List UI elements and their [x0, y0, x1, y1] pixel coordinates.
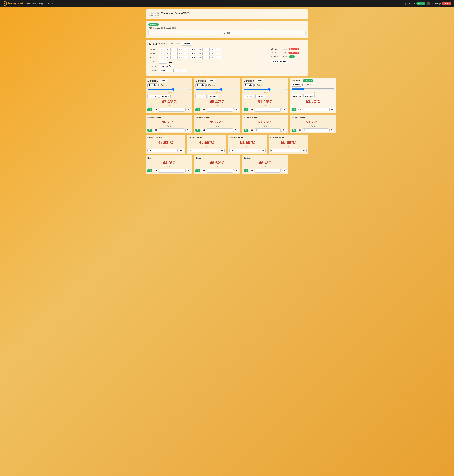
extruder-4-start-mixer-button[interactable]: Start mixer — [292, 94, 303, 98]
move-z-pos004[interactable]: 0.04 — [190, 56, 196, 59]
move-x-neg10[interactable]: -10 — [165, 48, 171, 51]
move-y-neg01[interactable]: -0.1 — [177, 52, 183, 55]
fan-input[interactable] — [159, 60, 167, 64]
move-y-pos004[interactable]: 0.04 — [190, 52, 196, 55]
extruder-2-speed-slider[interactable] — [196, 88, 239, 91]
extruder-1-off-button[interactable]: Off — [153, 108, 158, 111]
extruder-2-stop-mixer-button[interactable]: Stop mixer — [207, 95, 219, 98]
radiant-temp-input[interactable] — [255, 169, 281, 173]
ext-head-2-set-button[interactable]: Set — [233, 128, 239, 132]
move-y-neg1[interactable]: -1 — [171, 52, 177, 55]
extruder-2-retract-checkbox[interactable] — [206, 84, 209, 86]
extruder-1-start-mixer-button[interactable]: Start mixer — [147, 95, 159, 98]
extruder-4-extrude-button[interactable]: Extrude — [292, 83, 302, 87]
stop-heating-button[interactable]: Stop All Heating — [271, 60, 288, 63]
extruder-3-set-button[interactable]: Set — [281, 108, 287, 111]
move-z-neg10[interactable]: -10 — [165, 56, 171, 59]
ext-head-4-off-button[interactable]: Off — [297, 128, 302, 132]
move-y-pos10[interactable]: 10 — [210, 52, 215, 55]
extruder-3-speed-slider[interactable] — [243, 88, 287, 91]
extruder-1-temp-input[interactable] — [159, 108, 185, 112]
extruder-3-retract-checkbox[interactable] — [254, 84, 257, 86]
move-x-neg01[interactable]: -0.1 — [177, 48, 183, 51]
level-plus01-button[interactable]: +0.1 — [173, 69, 180, 72]
extruder-2-temp-input[interactable] — [207, 108, 233, 112]
move-x-neg100[interactable]: -100 — [159, 48, 164, 51]
radiant-set-button[interactable]: Set — [281, 169, 287, 172]
ext-head-1-off-button[interactable]: Off — [153, 128, 158, 132]
extruder-2-on-button[interactable]: On — [196, 108, 200, 111]
move-x-pos01[interactable]: 0.1 — [197, 48, 203, 51]
extruder-1-speed-slider[interactable] — [147, 88, 191, 91]
ext-head-1-temp-input[interactable] — [159, 128, 185, 132]
room-temp-input[interactable] — [207, 169, 233, 173]
ext-cold-2-temp-input[interactable] — [189, 149, 219, 152]
ext-head-1-on-button[interactable]: On — [147, 129, 152, 132]
ext-head-3-on-button[interactable]: On — [243, 129, 249, 132]
vpower-status-badge[interactable]: Disabled — [289, 48, 299, 50]
nav-support[interactable]: Support — [46, 2, 53, 5]
kill-button[interactable]: ⚠ Kill — [442, 2, 452, 5]
level-minus01-button[interactable]: -0.1 — [181, 69, 187, 72]
extruder-3-temp-input[interactable] — [255, 108, 281, 112]
extruder-4-stop-mixer-button[interactable]: Stop mixer — [303, 94, 315, 98]
extruder-3-stop-mixer-button[interactable]: Stop mixer — [255, 95, 267, 98]
extruder-1-stop-mixer-button[interactable]: Stop mixer — [159, 95, 171, 98]
move-y-neg100[interactable]: -100 — [159, 52, 164, 55]
extruder-2-extrude-button[interactable]: Extrude — [196, 83, 205, 87]
extruder-1-set-button[interactable]: Set — [185, 108, 191, 111]
nav-my-objects[interactable]: My Objects — [26, 2, 36, 5]
move-z-neg1[interactable]: -1 — [171, 56, 177, 59]
ext-head-1-set-button[interactable]: Set — [185, 128, 191, 132]
ext-cold-3-set-button[interactable]: Set — [260, 149, 266, 152]
move-x-neg1[interactable]: -1 — [171, 48, 177, 51]
radiant-off-button[interactable]: Off — [249, 169, 254, 172]
extruder-2-retract-label[interactable]: Retract — [206, 84, 215, 86]
extruder-3-retract-label[interactable]: Retract — [254, 84, 263, 86]
move-y-neg004[interactable]: -0.04 — [184, 52, 190, 55]
move-x-pos004[interactable]: 0.04 — [190, 48, 196, 51]
extruder-1-retract-checkbox[interactable] — [158, 84, 160, 86]
extruder-2-select-button[interactable]: Select — [207, 79, 215, 82]
ext-head-3-temp-input[interactable] — [255, 128, 281, 132]
extruder-3-off-button[interactable]: Off — [249, 108, 254, 111]
room-on-button[interactable]: On — [196, 169, 200, 172]
bed-on-button[interactable]: On — [147, 169, 152, 172]
brand-logo[interactable]: honeyprint — [2, 1, 23, 6]
ext-head-2-on-button[interactable]: On — [196, 129, 200, 132]
extruder-2-start-mixer-button[interactable]: Start mixer — [196, 95, 207, 98]
settings-link[interactable]: ⚙ Settings — [432, 2, 441, 5]
room-set-button[interactable]: Set — [233, 169, 239, 172]
room-off-button[interactable]: Off — [201, 169, 206, 172]
ext-cold-4-temp-input[interactable] — [270, 149, 301, 152]
bed-set-button[interactable]: Set — [185, 169, 191, 172]
extruder-4-retract-label[interactable]: Retract — [303, 84, 311, 86]
extruder-2-set-button[interactable]: Set — [233, 108, 239, 111]
move-x-neg004[interactable]: -0.04 — [184, 48, 190, 51]
extruder-4-speed-slider[interactable] — [292, 88, 335, 90]
move-z-pos01[interactable]: 0.1 — [197, 56, 203, 59]
move-z-neg01[interactable]: -0.1 — [177, 56, 183, 59]
ext-head-2-off-button[interactable]: Off — [201, 128, 206, 132]
extruder-4-set-button[interactable]: Set — [329, 108, 335, 111]
extruder-1-retract-label[interactable]: Retract — [158, 84, 167, 86]
move-x-pos10[interactable]: 10 — [210, 48, 215, 51]
zlimits-status-badge[interactable]: On — [289, 55, 295, 58]
nav-help[interactable]: Help — [39, 2, 43, 5]
ext-cold-2-set-button[interactable]: Set — [219, 149, 225, 152]
radiant-on-button[interactable]: On — [243, 169, 249, 172]
ext-head-3-off-button[interactable]: Off — [249, 128, 254, 132]
bed-off-button[interactable]: Off — [153, 169, 158, 172]
move-z-neg004[interactable]: -0.04 — [184, 56, 190, 59]
home-all-axis-button[interactable]: Home All Axis — [159, 65, 174, 68]
extruder-4-temp-input[interactable] — [303, 108, 329, 111]
move-z-pos10[interactable]: 10 — [210, 56, 215, 59]
details-bar[interactable]: Details — [148, 30, 306, 36]
move-x-pos100[interactable]: 100 — [216, 48, 221, 51]
extruder-3-start-mixer-button[interactable]: Start mixer — [243, 95, 255, 98]
move-z-pos100[interactable]: 100 — [216, 56, 221, 59]
move-y-pos100[interactable]: 100 — [216, 52, 221, 55]
refresh-button[interactable]: Refresh — [182, 42, 192, 45]
ext-cold-4-set-button[interactable]: Set — [301, 149, 307, 152]
set-0-level-button[interactable]: Set 0 Level — [159, 69, 172, 72]
